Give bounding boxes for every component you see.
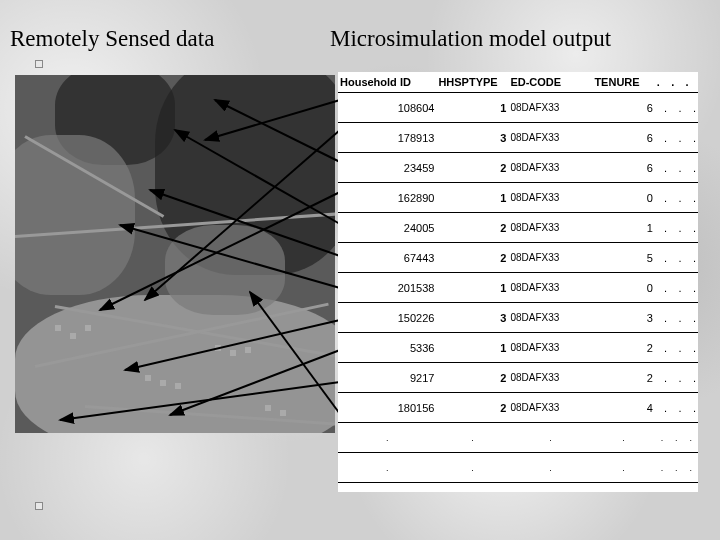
cell-ellipsis: . [669, 93, 683, 123]
cell-ellipsis: . [684, 273, 698, 303]
col-ellipsis: . [655, 72, 669, 93]
table-row: 67443208DAFX335... [338, 243, 698, 273]
cell-code: 08DAFX33 [508, 213, 592, 243]
cell-ellipsis: . [669, 243, 683, 273]
cell-ellipsis: . [684, 243, 698, 273]
output-table: Household ID HHSPTYPE ED-CODE TENURE . .… [338, 72, 698, 492]
cell-id: 178913 [338, 123, 436, 153]
cell-code: 08DAFX33 [508, 93, 592, 123]
cell-ellipsis: . [655, 333, 669, 363]
cell-tenure: 5 [592, 243, 654, 273]
cell-type: 1 [436, 93, 508, 123]
table-row: 9217208DAFX332... [338, 363, 698, 393]
cell-ellipsis: . [655, 273, 669, 303]
cell-ellipsis: . [655, 393, 669, 423]
cell-id: 150226 [338, 303, 436, 333]
table-row: 24005208DAFX331... [338, 213, 698, 243]
cell-ellipsis: . [684, 363, 698, 393]
cell-code: 08DAFX33 [508, 153, 592, 183]
cell-ellipsis: . [655, 363, 669, 393]
cell-tenure: 6 [592, 153, 654, 183]
cell-type: 2 [436, 243, 508, 273]
cell-ellipsis: . [655, 93, 669, 123]
cell-tenure: 4 [592, 393, 654, 423]
cell-tenure: 2 [592, 333, 654, 363]
cell-ellipsis: . [655, 153, 669, 183]
cell-code: 08DAFX33 [508, 303, 592, 333]
table-row: 150226308DAFX333... [338, 303, 698, 333]
table-ellipsis-row: ....... [338, 423, 698, 453]
decorative-bullet [35, 502, 43, 510]
cell-id: 67443 [338, 243, 436, 273]
cell-code: 08DAFX33 [508, 243, 592, 273]
col-hhsptype: HHSPTYPE [436, 72, 508, 93]
cell-tenure: 0 [592, 183, 654, 213]
cell-tenure: 2 [592, 363, 654, 393]
cell-code: 08DAFX33 [508, 273, 592, 303]
left-title: Remotely Sensed data [10, 26, 214, 52]
cell-id: 108604 [338, 93, 436, 123]
col-ellipsis: . [669, 72, 683, 93]
right-title: Microsimulation model output [330, 26, 611, 52]
cell-tenure: 6 [592, 123, 654, 153]
table-row: 180156208DAFX334... [338, 393, 698, 423]
cell-tenure: 3 [592, 303, 654, 333]
cell-tenure: 6 [592, 93, 654, 123]
table-ellipsis-row: ....... [338, 453, 698, 483]
decorative-bullet [35, 60, 43, 68]
cell-ellipsis: . [655, 213, 669, 243]
cell-ellipsis: . [684, 93, 698, 123]
cell-type: 2 [436, 363, 508, 393]
cell-ellipsis: . [669, 393, 683, 423]
col-household-id: Household ID [338, 72, 436, 93]
table-row: 5336108DAFX332... [338, 333, 698, 363]
cell-type: 2 [436, 393, 508, 423]
table-row: 108604108DAFX336... [338, 93, 698, 123]
cell-code: 08DAFX33 [508, 363, 592, 393]
cell-ellipsis: . [684, 153, 698, 183]
cell-ellipsis: . [669, 183, 683, 213]
table-row: 201538108DAFX330... [338, 273, 698, 303]
col-ellipsis: . [684, 72, 698, 93]
cell-id: 24005 [338, 213, 436, 243]
col-tenure: TENURE [592, 72, 654, 93]
cell-ellipsis: . [684, 333, 698, 363]
cell-ellipsis: . [684, 303, 698, 333]
table-row: 178913308DAFX336... [338, 123, 698, 153]
cell-type: 2 [436, 213, 508, 243]
cell-type: 3 [436, 303, 508, 333]
cell-id: 9217 [338, 363, 436, 393]
cell-ellipsis: . [655, 243, 669, 273]
cell-type: 1 [436, 273, 508, 303]
cell-ellipsis: . [655, 123, 669, 153]
table-row: 162890108DAFX330... [338, 183, 698, 213]
cell-id: 5336 [338, 333, 436, 363]
cell-ellipsis: . [684, 123, 698, 153]
col-edcode: ED-CODE [508, 72, 592, 93]
cell-ellipsis: . [669, 123, 683, 153]
cell-type: 1 [436, 183, 508, 213]
cell-id: 180156 [338, 393, 436, 423]
cell-ellipsis: . [684, 393, 698, 423]
cell-code: 08DAFX33 [508, 123, 592, 153]
cell-ellipsis: . [669, 303, 683, 333]
cell-id: 23459 [338, 153, 436, 183]
cell-code: 08DAFX33 [508, 183, 592, 213]
table-row: 23459208DAFX336... [338, 153, 698, 183]
cell-id: 162890 [338, 183, 436, 213]
cell-ellipsis: . [669, 273, 683, 303]
cell-ellipsis: . [655, 183, 669, 213]
cell-code: 08DAFX33 [508, 393, 592, 423]
cell-type: 3 [436, 123, 508, 153]
cell-tenure: 0 [592, 273, 654, 303]
cell-ellipsis: . [669, 213, 683, 243]
table-header-row: Household ID HHSPTYPE ED-CODE TENURE . .… [338, 72, 698, 93]
aerial-image [15, 75, 335, 433]
cell-ellipsis: . [684, 183, 698, 213]
cell-ellipsis: . [669, 363, 683, 393]
cell-ellipsis: . [669, 153, 683, 183]
cell-ellipsis: . [655, 303, 669, 333]
cell-ellipsis: . [669, 333, 683, 363]
cell-type: 2 [436, 153, 508, 183]
cell-type: 1 [436, 333, 508, 363]
